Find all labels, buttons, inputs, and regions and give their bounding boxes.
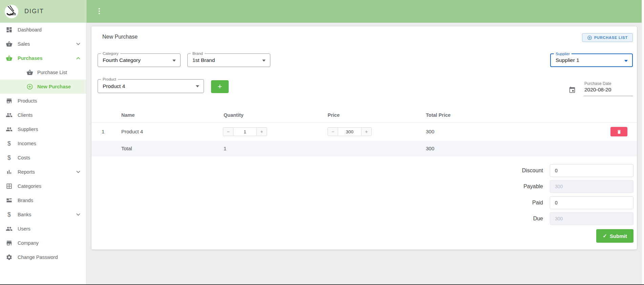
basket-icon — [26, 69, 33, 76]
sidebar-item-new-purchase[interactable]: New Purchase — [0, 80, 86, 94]
paid-input[interactable] — [550, 196, 633, 209]
purchase-list-button[interactable]: PURCHASE LIST — [582, 33, 633, 42]
sidebar-item-banks[interactable]: $ Banks — [0, 207, 86, 222]
quantity-stepper: − + — [223, 127, 267, 136]
people-icon — [6, 126, 13, 133]
quantity-increase-button[interactable]: + — [256, 127, 267, 136]
sidebar-item-clients[interactable]: Clients — [0, 108, 86, 122]
sidebar-item-suppliers[interactable]: Suppliers — [0, 122, 86, 136]
svg-text:ush: ush — [10, 12, 16, 16]
sidebar-item-purchases[interactable]: Purchases — [0, 51, 86, 65]
input-underline — [584, 96, 633, 96]
paid-label: Paid — [472, 196, 543, 209]
row-product-name: Product 4 — [121, 129, 143, 134]
category-select[interactable]: Category Fourth Category — [98, 53, 181, 67]
basket-icon — [6, 55, 13, 62]
sidebar-item-users[interactable]: Users — [0, 222, 86, 236]
dropdown-arrow-icon — [262, 60, 266, 62]
new-purchase-card: New Purchase PURCHASE LIST Category Four… — [91, 26, 637, 249]
brand-logo: ush — [5, 5, 18, 18]
grid-icon — [6, 183, 13, 190]
sidebar-item-company[interactable]: Company — [0, 236, 86, 250]
sidebar-item-categories[interactable]: Categories — [0, 179, 86, 193]
dropdown-arrow-icon — [172, 60, 176, 62]
discount-label: Discount — [472, 164, 543, 177]
main-content: New Purchase PURCHASE LIST Category Four… — [86, 23, 642, 284]
chevron-up-icon — [76, 57, 80, 60]
dropdown-arrow-icon — [624, 60, 628, 62]
payable-input — [550, 180, 633, 193]
sidebar-item-purchase-list[interactable]: Purchase List — [0, 65, 86, 80]
total-price: 300 — [426, 146, 434, 151]
chevron-down-icon — [76, 171, 80, 173]
sidebar-item-dashboard[interactable]: Dashboard — [0, 23, 86, 37]
sidebar-item-costs[interactable]: $ Costs — [0, 151, 86, 165]
supplier-select[interactable]: Supplier Supplier 1 — [550, 53, 633, 67]
store-icon — [6, 97, 13, 104]
sidebar-item-products[interactable]: Products — [0, 94, 86, 108]
due-input — [550, 212, 633, 225]
trash-icon — [617, 129, 622, 134]
price-input[interactable] — [338, 127, 361, 136]
row-index: 1 — [102, 129, 104, 134]
chevron-down-icon — [76, 43, 80, 45]
sidebar: ush DIGIT Dashboard Sales Purchases — [0, 0, 86, 284]
purchase-date-field[interactable]: Purchase Date 2020-08-20 — [568, 81, 633, 97]
quantity-input[interactable] — [233, 127, 256, 136]
chevron-down-icon — [76, 213, 80, 216]
quantity-decrease-button[interactable]: − — [223, 127, 233, 136]
dashboard-icon — [6, 26, 13, 33]
sidebar-nav: Dashboard Sales Purchases Purchase List … — [0, 23, 86, 264]
page-title: New Purchase — [102, 34, 138, 40]
sidebar-item-change-password[interactable]: Change Password — [0, 250, 86, 264]
gear-icon — [6, 254, 13, 261]
plus-circle-icon — [587, 35, 592, 40]
brand-title: DIGIT — [24, 8, 44, 15]
store-icon — [6, 240, 13, 246]
total-quantity: 1 — [224, 146, 226, 151]
price-stepper: − + — [328, 127, 372, 136]
basket-icon — [6, 41, 13, 47]
check-icon: ✓ — [603, 233, 607, 239]
sidebar-item-reports[interactable]: Reports — [0, 165, 86, 179]
purchase-date-value: 2020-08-20 — [584, 87, 611, 93]
sidebar-item-sales[interactable]: Sales — [0, 37, 86, 51]
discount-input[interactable] — [550, 164, 633, 177]
row-total-price: 300 — [426, 129, 434, 134]
sidebar-header: ush DIGIT — [0, 0, 86, 23]
dollar-icon: $ — [6, 140, 13, 147]
sidebar-item-brands[interactable]: Brands — [0, 193, 86, 207]
payable-label: Payable — [472, 180, 543, 193]
dropdown-arrow-icon — [196, 85, 199, 87]
due-label: Due — [472, 212, 543, 225]
layout-icon — [6, 197, 13, 204]
delete-row-button[interactable] — [610, 127, 627, 136]
add-product-button[interactable]: + — [211, 80, 229, 93]
product-select[interactable]: Product Product 4 — [98, 79, 204, 93]
kebab-menu-icon[interactable] — [95, 7, 103, 15]
price-decrease-button[interactable]: − — [328, 127, 338, 136]
dollar-icon: $ — [6, 154, 13, 161]
price-increase-button[interactable]: + — [361, 127, 372, 136]
table-total-row: Total 1 300 — [91, 141, 637, 156]
table-header-row: Name Quantity Price Total Price — [91, 109, 637, 123]
table-row: 1 Product 4 − + − + 300 — [91, 123, 637, 141]
calendar-icon — [568, 86, 576, 94]
topbar — [86, 0, 642, 23]
bar-chart-icon — [6, 169, 13, 175]
scrollbar-track[interactable] — [642, 0, 644, 285]
submit-button[interactable]: ✓ Submit — [596, 229, 633, 243]
brand-select[interactable]: Brand 1st Brand — [187, 53, 270, 67]
people-icon — [6, 112, 13, 118]
plus-circle-icon — [26, 83, 33, 90]
people-icon — [6, 225, 13, 232]
dollar-icon: $ — [6, 211, 13, 218]
sidebar-item-incomes[interactable]: $ Incomes — [0, 136, 86, 151]
app-window: ush DIGIT Dashboard Sales Purchases — [0, 0, 644, 285]
